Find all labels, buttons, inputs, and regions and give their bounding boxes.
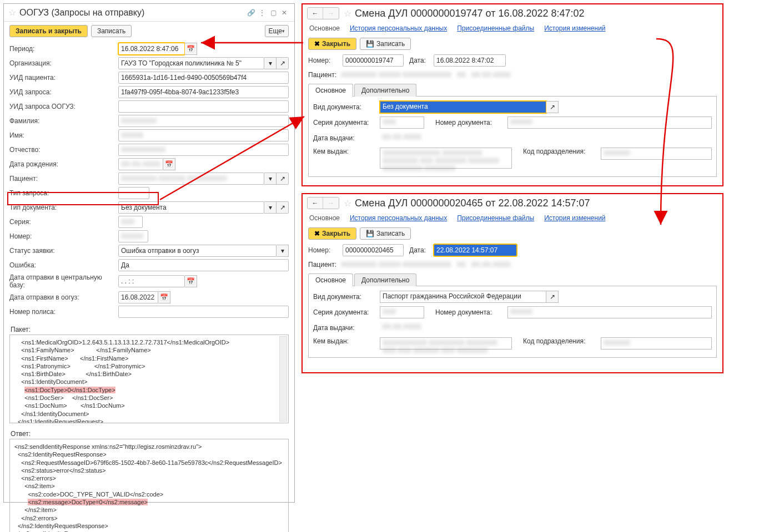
date-field[interactable]: 16.08.2022 8:47:02 (434, 54, 506, 67)
name-field[interactable]: XXXXX (118, 129, 289, 141)
close-button[interactable]: ✖Закрыть (308, 227, 356, 240)
docnum-field[interactable]: XXXXX (507, 306, 712, 318)
date-oo-field[interactable]: 16.08.2022 (118, 291, 158, 303)
chevron-down-icon[interactable]: ▾ (264, 173, 277, 185)
ot-label: Отчество: (9, 146, 118, 154)
polis-field[interactable] (118, 306, 289, 318)
calendar-icon[interactable]: 📅 (185, 43, 197, 55)
dob-field[interactable]: XX.XX.XXXX (118, 158, 163, 170)
tab-extra[interactable]: Дополнительно (354, 84, 416, 97)
rbot-patient: Пациент: XXXXXXXX XXXXX XXXXXXXXXXX XX X… (303, 260, 722, 270)
nav-main[interactable]: Основное (309, 24, 340, 32)
answer-label: Ответ: (4, 427, 294, 439)
close-icon[interactable]: ✕ (279, 9, 290, 17)
patient-value: XXXXXXXX XXXXX XXXXXXXXXXX XX XX.XX.XXXX (336, 261, 717, 268)
more-icon[interactable]: ⋮ (257, 9, 268, 17)
period-field[interactable]: 16.08.2022 8:47:06 (118, 43, 185, 55)
whom-field[interactable]: XXXXXXXXXX XXXXXXXX XXXXXXX XXX XXX XXXX… (380, 337, 512, 349)
chevron-down-icon[interactable]: ▾ (264, 201, 277, 214)
open-ref-icon[interactable]: ↗ (277, 201, 289, 214)
open-ref-icon[interactable]: ↗ (277, 173, 289, 185)
tab-extra[interactable]: Дополнительно (354, 273, 416, 286)
calendar-icon[interactable]: 📅 (163, 158, 175, 170)
nav-main[interactable]: Основное (309, 214, 340, 222)
open-window-icon[interactable]: ▢ (268, 9, 279, 17)
uid-pat-field[interactable]: 1665931a-1d16-11ed-9490-0050569b47f4 (118, 72, 289, 84)
back-icon[interactable]: ← (308, 8, 323, 19)
status-field[interactable]: Ошибка отправки в оогуз (118, 245, 277, 257)
calendar-icon[interactable]: 📅 (158, 291, 170, 303)
packet-xml[interactable]: <ns1:MedicalOrgOID>1.2.643.5.1.13.13.12.… (9, 335, 289, 423)
date-field[interactable]: 22.08.2022 14:57:07 (434, 244, 517, 256)
err-field[interactable]: Да (118, 259, 289, 271)
save-button[interactable]: 💾Записать (360, 227, 411, 240)
num-field[interactable]: XXXXX (118, 230, 148, 242)
rtop-tabs: Основное Дополнительно (308, 83, 717, 97)
back-icon[interactable]: ← (308, 197, 323, 209)
scrollbar[interactable] (279, 336, 287, 422)
tab-main[interactable]: Основное (308, 273, 353, 286)
nav-files[interactable]: Присоединенные файлы (457, 24, 534, 32)
rbot-titlebar: ← → ☆ Смена ДУЛ 0000000020465 от 22.08.2… (303, 194, 722, 212)
date-label: Дата: (409, 246, 434, 254)
docnum-label: Номер документа: (435, 308, 507, 316)
rbot-numrow: Номер: 0000000020465 Дата: 22.08.2022 14… (303, 243, 722, 260)
nav-history[interactable]: История персональных данных (350, 214, 447, 222)
save-close-button[interactable]: Записать и закрыть (9, 25, 88, 37)
patient-field[interactable]: XXXXXXXX XXXXXX XXXXXXXXX (118, 173, 264, 185)
num-label: Номер: (308, 246, 343, 254)
doctype-field[interactable]: Паспорт гражданина Российской Федерации (380, 291, 546, 303)
rtop-numrow: Номер: 0000000019747 Дата: 16.08.2022 8:… (303, 53, 722, 70)
open-ref-icon[interactable]: ↗ (546, 101, 559, 113)
forward-icon[interactable]: → (323, 8, 339, 19)
nav-changes[interactable]: История изменений (544, 214, 605, 222)
answer-xml[interactable]: <ns2:sendIdentityResponse xmlns:ns2="htt… (9, 439, 289, 532)
right-bottom-panel: ← → ☆ Смена ДУЛ 0000000020465 от 22.08.2… (301, 193, 723, 373)
patient-label: Пациент: (308, 71, 336, 79)
doctype-field[interactable]: Без документа (380, 101, 546, 113)
nav-changes[interactable]: История изменений (544, 24, 605, 32)
reqtype-field[interactable] (118, 187, 149, 199)
doctype-label: Тип документа: (9, 204, 118, 211)
doctype-field[interactable]: Без документа (118, 201, 264, 214)
tab-main[interactable]: Основное (308, 84, 353, 97)
link-icon[interactable]: 🔗 (245, 9, 257, 17)
rbot-tabbody: Вид документа: Паспорт гражданина Россий… (308, 286, 717, 358)
code-field[interactable]: XXXXXX (601, 337, 712, 349)
series-label: Серия документа: (313, 119, 380, 126)
whom-field[interactable]: XXXXXXXXXXXXX XXXXXXXXX XXXXXXXX XXX XXX… (380, 148, 512, 169)
series-field[interactable]: XXX (380, 306, 424, 318)
org-field[interactable]: ГАУЗ ТО "Городская поликлиника № 5" (118, 57, 264, 69)
open-ref-icon[interactable]: ↗ (546, 291, 559, 303)
nav-files[interactable]: Присоединенные файлы (457, 214, 534, 222)
save-button[interactable]: Записать (91, 25, 132, 37)
open-ref-icon[interactable]: ↗ (277, 57, 289, 69)
star-icon[interactable]: ☆ (344, 8, 351, 19)
num-field[interactable]: 0000000019747 (343, 54, 404, 67)
series-field[interactable]: XXX (380, 116, 424, 129)
star-icon[interactable]: ☆ (344, 198, 351, 209)
name-label: Имя: (9, 131, 118, 139)
docnum-field[interactable]: XXXXX (507, 116, 712, 129)
chevron-down-icon[interactable]: ▾ (277, 245, 289, 257)
forward-icon[interactable]: → (323, 197, 339, 209)
more-button[interactable]: Еще (265, 25, 289, 37)
series-field[interactable]: XXX (118, 216, 143, 228)
fam-field[interactable]: XXXXXXXX (118, 115, 289, 127)
period-label: Период: (9, 45, 118, 53)
nav-history[interactable]: История персональных данных (350, 24, 447, 32)
num-field[interactable]: 0000000020465 (343, 244, 404, 256)
num-label: Номер: (9, 232, 118, 240)
chevron-down-icon[interactable]: ▾ (264, 57, 277, 69)
close-button[interactable]: ✖Закрыть (308, 38, 356, 50)
rtop-tabbody: Вид документа: Без документа ↗ Серия док… (308, 97, 717, 177)
save-button[interactable]: 💾Записать (360, 38, 411, 50)
date-cb-field[interactable]: . . : : (118, 275, 185, 287)
uid-reqoo-field[interactable] (118, 100, 289, 113)
code-field[interactable]: XXXXXX (601, 148, 712, 160)
calendar-icon[interactable]: 📅 (185, 275, 197, 287)
patient-value: XXXXXXXX XXXXX XXXXXXXXXXX XX XX.XX.XXXX (336, 71, 717, 79)
uid-req-field[interactable]: 1fa497f9-095f-4bba-8074-9ac1233f5fe3 (118, 86, 289, 98)
ot-field[interactable]: XXXXXXXXXX (118, 144, 289, 156)
star-icon[interactable]: ☆ (8, 7, 16, 18)
